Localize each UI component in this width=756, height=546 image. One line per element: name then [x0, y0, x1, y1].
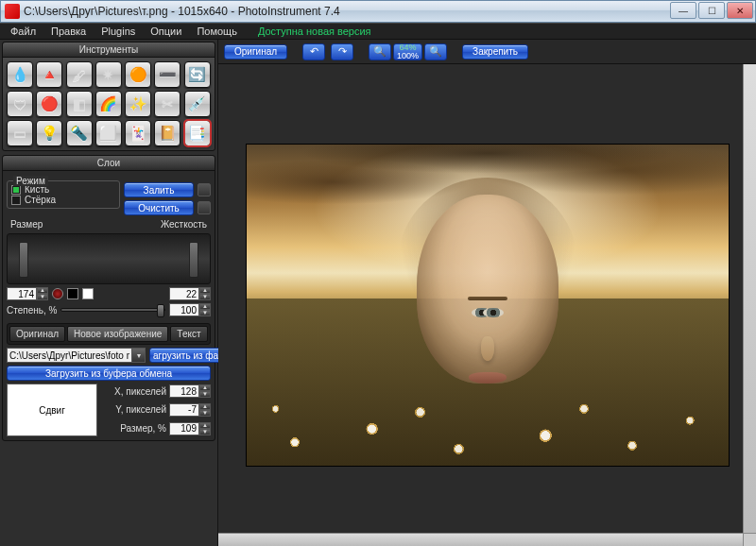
- layers-panel: Слои Режим Кисть Стёрка: [2, 155, 215, 441]
- degree-value-input[interactable]: ▲▼: [169, 303, 211, 316]
- tool-rotate[interactable]: 🔄: [184, 61, 211, 88]
- clear-options-button[interactable]: [198, 201, 211, 214]
- canvas-area[interactable]: [218, 64, 756, 546]
- update-available-link[interactable]: Доступна новая версия: [251, 25, 378, 38]
- load-from-file-button[interactable]: агрузить из фай: [149, 348, 228, 363]
- eraser-mode-label: Стёрка: [25, 195, 56, 205]
- tool-rainbow[interactable]: 🌈: [95, 91, 122, 117]
- size-slider-thumb[interactable]: [19, 242, 28, 278]
- tool-dodge[interactable]: ✴: [95, 61, 122, 88]
- stamp-icon: 🟠: [129, 66, 147, 83]
- tool-cfl-bulb[interactable]: 🔦: [66, 120, 93, 146]
- mode-legend: Режим: [13, 176, 48, 186]
- window-close-button[interactable]: ✕: [727, 2, 753, 19]
- tool-sharpen-cone[interactable]: 🔺: [36, 61, 62, 88]
- menu-edit[interactable]: Правка: [44, 25, 93, 38]
- hardness-label: Жесткость: [161, 219, 207, 230]
- brush-mode-checkbox-icon: [11, 185, 21, 195]
- menu-file[interactable]: Файл: [4, 25, 43, 38]
- menu-help[interactable]: Помощь: [190, 25, 244, 38]
- tab-new-image[interactable]: Новое изображение: [67, 326, 168, 342]
- tool-gradient[interactable]: ◧: [66, 91, 93, 117]
- lightbulb-icon: 💡: [41, 125, 59, 142]
- layers-icon: 📑: [188, 125, 206, 142]
- brush-icon: 🖌: [72, 67, 86, 83]
- tool-color-picker[interactable]: 💉: [184, 91, 211, 117]
- degree-label: Степень, %: [7, 305, 57, 316]
- tool-stamp[interactable]: 🟠: [125, 61, 151, 88]
- menu-options[interactable]: Опции: [144, 25, 188, 38]
- cfl-bulb-icon: 🔦: [70, 125, 88, 142]
- vertical-scrollbar[interactable]: [743, 64, 756, 533]
- zoom-out-button[interactable]: 🔍: [369, 43, 391, 60]
- hardness-slider-thumb[interactable]: [189, 242, 198, 278]
- gradient-icon: ◧: [73, 95, 86, 112]
- fill-button[interactable]: Залить: [124, 182, 194, 197]
- zoom-reset-button[interactable]: 64% 100%: [393, 43, 422, 60]
- color-picker-icon: 💉: [188, 95, 206, 112]
- window-maximize-button[interactable]: ☐: [698, 2, 725, 19]
- eraser-icon: ⬜: [99, 125, 117, 142]
- app-icon: [5, 4, 20, 19]
- brush-color-swatch-2[interactable]: [67, 288, 78, 299]
- original-toggle-button[interactable]: Оригинал: [224, 44, 287, 60]
- tool-lightbulb[interactable]: 💡: [36, 120, 62, 146]
- brush-color-swatch-3[interactable]: [82, 288, 94, 299]
- tool-brush[interactable]: 🖌: [66, 61, 93, 88]
- book-icon: 📔: [159, 125, 177, 142]
- size-hardness-area[interactable]: [7, 233, 211, 284]
- sidebar: Инструменты 💧🔺🖌✴🟠➖🔄🛡🔴◧🌈✨✂💉▭💡🔦⬜🃏📔📑 Слои Р…: [0, 40, 218, 546]
- tool-layers[interactable]: 📑: [184, 120, 211, 146]
- eraser-mode-check[interactable]: Стёрка: [11, 195, 115, 205]
- load-from-clipboard-button[interactable]: Загрузить из буфера обмена: [7, 366, 211, 381]
- rect-icon: ▭: [13, 125, 26, 142]
- liquify-drop-icon: 💧: [11, 66, 29, 83]
- size-value-input[interactable]: ▲▼: [7, 287, 48, 300]
- menu-plugins[interactable]: Plugins: [94, 25, 142, 38]
- y-px-input[interactable]: ▲▼: [169, 403, 211, 417]
- brush-color-swatch-1[interactable]: [52, 288, 63, 299]
- horizontal-scrollbar[interactable]: [218, 533, 743, 546]
- tool-cards[interactable]: 🃏: [125, 120, 151, 146]
- tool-eraser[interactable]: ⬜: [95, 120, 122, 146]
- sharpen-cone-icon: 🔺: [41, 66, 59, 83]
- eraser-mode-checkbox-icon: [11, 196, 21, 205]
- glow-icon: ✨: [129, 95, 147, 112]
- redeye-icon: 🔴: [41, 95, 59, 112]
- dodge-icon: ✴: [102, 66, 114, 83]
- window-minimize-button[interactable]: —: [670, 2, 696, 19]
- redo-button[interactable]: ↷: [331, 43, 353, 60]
- rotate-icon: 🔄: [188, 66, 206, 83]
- scroll-corner: [743, 533, 756, 546]
- degree-slider[interactable]: [60, 308, 165, 312]
- window-titlebar: C:\Users\Друг\Pictures\т.png - 1015x640 …: [0, 0, 756, 23]
- tool-line[interactable]: ➖: [154, 61, 180, 88]
- main-viewport: Оригинал ↶ ↷ 🔍 64% 100% 🔍 Закрепить: [218, 40, 756, 546]
- tool-book[interactable]: 📔: [154, 120, 180, 146]
- shift-button[interactable]: Сдвиг: [7, 384, 97, 436]
- chevron-down-icon[interactable]: ▾: [132, 348, 146, 363]
- pin-button[interactable]: Закрепить: [462, 44, 528, 60]
- scale-label: Размер, %: [101, 423, 166, 434]
- tool-liquify-drop[interactable]: 💧: [7, 61, 33, 88]
- hardness-value-input[interactable]: ▲▼: [169, 287, 211, 300]
- zoom-in-button[interactable]: 🔍: [424, 43, 447, 60]
- tab-original[interactable]: Оригинал: [9, 326, 65, 342]
- undo-button[interactable]: ↶: [302, 43, 325, 60]
- tool-glow[interactable]: ✨: [125, 91, 151, 117]
- tab-text[interactable]: Текст: [170, 326, 207, 342]
- fill-options-button[interactable]: [198, 183, 211, 196]
- tool-rect[interactable]: ▭: [7, 120, 33, 146]
- file-path-combo[interactable]: ▾: [7, 348, 146, 363]
- tool-shield-hue[interactable]: 🛡: [7, 91, 33, 117]
- canvas-image: [247, 145, 729, 466]
- viewport-toolbar: Оригинал ↶ ↷ 🔍 64% 100% 🔍 Закрепить: [218, 40, 756, 64]
- x-px-input[interactable]: ▲▼: [169, 384, 211, 398]
- zoom-target: 100%: [397, 52, 419, 60]
- tool-grid: 💧🔺🖌✴🟠➖🔄🛡🔴◧🌈✨✂💉▭💡🔦⬜🃏📔📑: [3, 58, 215, 150]
- scale-input[interactable]: ▲▼: [169, 422, 211, 435]
- tool-scissors[interactable]: ✂: [154, 91, 180, 117]
- clear-button[interactable]: Очистить: [124, 200, 194, 215]
- tool-redeye[interactable]: 🔴: [36, 91, 62, 117]
- rainbow-icon: 🌈: [99, 95, 117, 112]
